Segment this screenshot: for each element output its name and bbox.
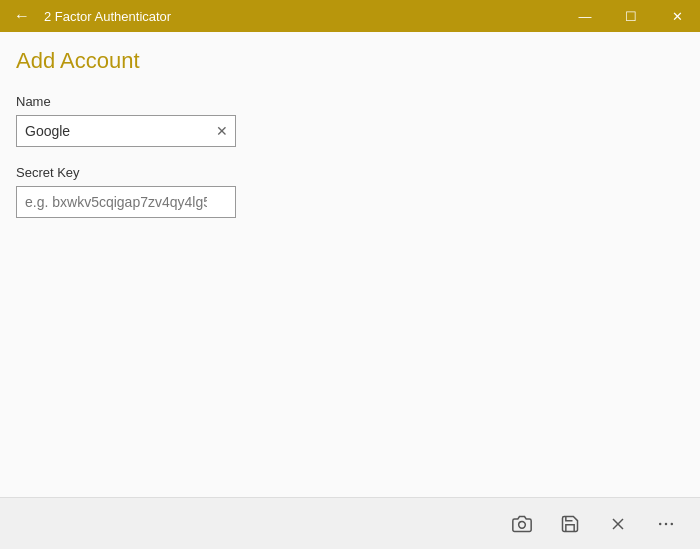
title-bar: ← 2 Factor Authenticator — ☐ ✕ — [0, 0, 700, 32]
secret-label: Secret Key — [16, 165, 684, 180]
back-button[interactable]: ← — [8, 3, 36, 29]
svg-point-0 — [519, 521, 526, 528]
svg-point-4 — [665, 522, 668, 525]
main-content: Add Account Name ✕ Secret Key — [0, 32, 700, 549]
name-field-wrapper: ✕ — [16, 115, 236, 147]
camera-button[interactable] — [500, 502, 544, 546]
title-bar-left: ← 2 Factor Authenticator — [8, 3, 171, 29]
svg-point-5 — [671, 522, 674, 525]
more-button[interactable] — [644, 502, 688, 546]
name-label: Name — [16, 94, 684, 109]
save-button[interactable] — [548, 502, 592, 546]
page-title: Add Account — [16, 48, 684, 74]
secret-field-wrapper — [16, 186, 236, 218]
save-icon — [560, 514, 580, 534]
minimize-button[interactable]: — — [562, 0, 608, 32]
app-title: 2 Factor Authenticator — [44, 9, 171, 24]
window-controls: — ☐ ✕ — [562, 0, 700, 32]
camera-icon — [512, 514, 532, 534]
maximize-button[interactable]: ☐ — [608, 0, 654, 32]
name-clear-button[interactable]: ✕ — [212, 122, 232, 140]
bottom-bar — [0, 497, 700, 549]
window: ← 2 Factor Authenticator — ☐ ✕ Add Accou… — [0, 0, 700, 549]
close-button[interactable]: ✕ — [654, 0, 700, 32]
more-icon — [656, 514, 676, 534]
cancel-button[interactable] — [596, 502, 640, 546]
name-input[interactable] — [16, 115, 236, 147]
cancel-icon — [608, 514, 628, 534]
svg-point-3 — [659, 522, 662, 525]
secret-input[interactable] — [16, 186, 236, 218]
